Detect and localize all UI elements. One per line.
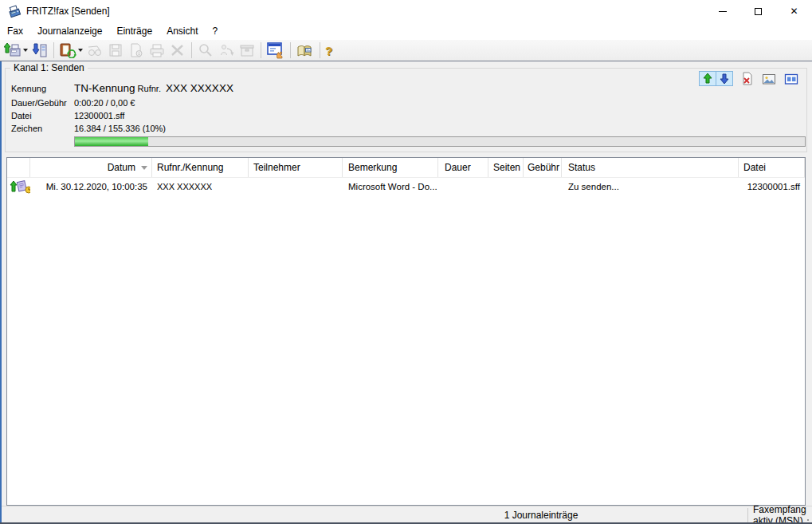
journal-dropdown-caret[interactable]: [78, 49, 83, 52]
address-book-icon: [296, 41, 315, 59]
datei-value: 12300001.sff: [74, 111, 124, 120]
toolbar-separator: [53, 42, 54, 58]
menu-fax[interactable]: Fax: [2, 23, 29, 39]
fax-status-pane: Faxempfang aktiv (MSN): [753, 506, 812, 524]
panel-layout-button[interactable]: [783, 71, 800, 86]
minimize-icon: [719, 11, 727, 12]
channel-datei-row: Datei12300001.sff: [11, 111, 124, 120]
menu-bar: Fax Journalanzeige Einträge Ansicht ?: [0, 22, 812, 40]
datei-label: Datei: [11, 111, 74, 120]
toolbar-separator: [290, 42, 291, 58]
journal-entry-row[interactable]: Mi. 30.12.2020, 10:00:35 XXX XXXXXX Micr…: [7, 178, 805, 195]
cancel-fax-button[interactable]: [738, 71, 755, 86]
journal-refresh-button[interactable]: [57, 41, 84, 60]
toolbar-separator: [261, 42, 261, 58]
archive-icon: [238, 42, 256, 58]
delete-icon: [169, 42, 186, 58]
menu-eintraege[interactable]: Einträge: [111, 23, 158, 39]
channel-groupbox: Kanal 1: Senden: [5, 68, 807, 152]
dauer-value: 0:00:20 / 0,00 €: [74, 98, 135, 108]
image-icon: [762, 73, 776, 85]
panel-layout-icon: [784, 73, 798, 85]
forward-icon: [218, 42, 235, 58]
channel-kennung-row: KennungTN-Kennung Rufnr. XXX XXXXXX: [11, 82, 233, 94]
forward-button: [216, 41, 237, 60]
send-dropdown-caret[interactable]: [23, 49, 28, 52]
transfer-progress-bar: [74, 136, 806, 147]
column-header-seiten[interactable]: Seiten: [488, 158, 524, 177]
print-button: [147, 41, 167, 60]
search-button: [195, 41, 216, 60]
entry-datum: Mi. 30.12.2020, 10:00:35: [30, 182, 152, 191]
document-info-icon: [127, 42, 145, 58]
toolbar: ?: [0, 40, 812, 61]
column-header-rufnr[interactable]: Rufnr./Kennung: [152, 158, 249, 177]
zeichen-value: 16.384 / 155.336 (10%): [74, 124, 166, 133]
journal-refresh-icon: [59, 42, 76, 58]
column-header-datum-label: Datum: [108, 162, 135, 173]
sort-desc-icon: [141, 166, 147, 170]
title-bar[interactable]: FRITZ!fax [Senden] ✕: [0, 0, 812, 22]
journal-count-pane: 1 Journaleinträge: [335, 506, 747, 524]
close-icon: ✕: [790, 6, 798, 16]
journal-header-row: Datum Rufnr./Kennung Teilnehmer Bemerkun…: [7, 158, 805, 178]
statusbar-separator: [747, 508, 748, 522]
arrow-up-icon: [700, 73, 715, 85]
menu-ansicht[interactable]: Ansicht: [161, 23, 203, 39]
toolbar-separator: [191, 42, 192, 58]
resize-grip[interactable]: [807, 519, 809, 521]
column-header-datum[interactable]: Datum: [30, 158, 152, 177]
send-fax-button[interactable]: [2, 41, 29, 60]
entry-icon-cell: [7, 179, 30, 194]
column-header-datei[interactable]: Datei: [739, 158, 805, 177]
window-title: FRITZ!fax [Senden]: [26, 6, 110, 17]
fax-monitor-icon: [266, 41, 285, 59]
entry-bemerkung: Microsoft Word - Do...: [343, 182, 438, 191]
kennung-sender-id: TN-Kennung: [74, 82, 135, 94]
column-header-icon[interactable]: [7, 158, 30, 177]
column-header-bemerkung[interactable]: Bemerkung: [343, 158, 438, 177]
search-icon: [197, 42, 214, 58]
view-fax-icon: [86, 42, 104, 58]
zeichen-label: Zeichen: [11, 124, 74, 133]
column-header-dauer[interactable]: Dauer: [438, 158, 488, 177]
menu-help[interactable]: ?: [206, 23, 223, 39]
app-icon: [7, 4, 22, 18]
channel-buttons: [699, 71, 800, 86]
fax-monitor-button[interactable]: [265, 41, 287, 60]
column-header-teilnehmer[interactable]: Teilnehmer: [249, 158, 343, 177]
close-button[interactable]: ✕: [776, 0, 812, 22]
channel-zeichen-row: Zeichen16.384 / 155.336 (10%): [11, 124, 166, 133]
entry-datei: 12300001.sff: [739, 182, 805, 191]
progress-fill: [75, 137, 148, 146]
arrow-down-icon: [717, 73, 732, 85]
document-info-button: [126, 41, 147, 60]
receive-fax-icon: [31, 42, 49, 58]
help-button[interactable]: ?: [324, 41, 334, 60]
address-book-button[interactable]: [294, 41, 316, 60]
channel-dauer-row: Dauer/Gebühr0:00:20 / 0,00 €: [11, 98, 135, 108]
receive-fax-button[interactable]: [29, 41, 50, 60]
pending-send-icon: [10, 179, 30, 194]
help-icon: ?: [325, 44, 332, 57]
show-receive-toggle[interactable]: [716, 71, 733, 86]
maximize-button[interactable]: [740, 0, 776, 22]
menu-journalanzeige[interactable]: Journalanzeige: [32, 23, 108, 39]
send-fax-icon: [4, 42, 22, 58]
kennung-number: XXX XXXXXX: [166, 82, 233, 94]
kennung-rufnr-label: Rufnr.: [138, 84, 161, 93]
save-button: [105, 41, 126, 60]
entry-rufnr: XXX XXXXXX: [152, 182, 249, 191]
column-header-gebuehr[interactable]: Gebühr: [524, 158, 562, 177]
minimize-button[interactable]: [704, 0, 740, 22]
view-fax-button: [84, 41, 105, 60]
delete-button: [167, 41, 188, 60]
entry-status: Zu senden...: [562, 182, 739, 191]
column-header-status[interactable]: Status: [562, 158, 739, 177]
show-send-toggle[interactable]: [699, 71, 716, 86]
archive-button: [237, 41, 257, 60]
clock-icon: [25, 186, 30, 194]
journal-table: Datum Rufnr./Kennung Teilnehmer Bemerkun…: [6, 157, 806, 506]
maximize-icon: [755, 8, 762, 15]
preview-image-button[interactable]: [760, 71, 778, 86]
